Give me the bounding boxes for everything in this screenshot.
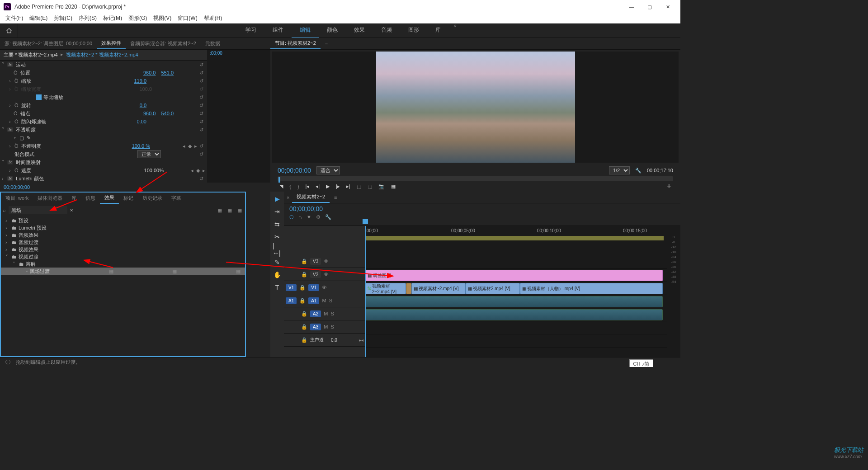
go-out-icon[interactable]: ▸| — [346, 183, 350, 189]
v3-track-lane[interactable] — [365, 256, 667, 269]
effects-folder[interactable]: ›🖿Lumetri 预设 — [1, 224, 245, 231]
track-a3[interactable]: A3 — [310, 324, 321, 330]
menu-帮助(H)[interactable]: 帮助(H) — [201, 14, 225, 23]
snap-icon[interactable]: ⬡ — [289, 214, 294, 220]
effects-tree[interactable]: ›🖿预设›🖿Lumetri 预设›🖿音频效果›🖿音频过渡›🖿视频效果˅🖿视频过渡… — [1, 216, 245, 356]
playhead[interactable] — [365, 226, 366, 357]
lower-tab[interactable]: 媒体浏览器 — [33, 193, 67, 203]
menu-编辑(E)[interactable]: 编辑(E) — [27, 14, 50, 23]
clip-v1-3[interactable]: ▦视频素材2.mp4 [V] — [466, 283, 520, 294]
timeline-tracks[interactable]: :00;0000;00;05;0000;00;10;0000;00;15;00 … — [365, 226, 667, 357]
lock-icon[interactable]: 🔒 — [301, 311, 307, 317]
resolution-select[interactable]: 1/2 — [609, 166, 630, 174]
extract-icon[interactable]: ⬚ — [368, 183, 372, 189]
ec-timeremap[interactable]: 时间重映射 — [15, 159, 205, 166]
prev-keyframe-icon[interactable]: ◂ — [191, 168, 193, 174]
effects-folder[interactable]: ›🖿预设 — [1, 217, 245, 224]
selection-tool-icon[interactable]: ▶ — [273, 194, 282, 203]
effects-folder[interactable]: ›🖿视频效果 — [1, 246, 245, 253]
a2-track-lane[interactable] — [365, 308, 667, 321]
menu-窗口(W)[interactable]: 窗口(W) — [175, 14, 200, 23]
ec-motion[interactable]: 运动 — [15, 61, 197, 68]
clip-a2[interactable] — [365, 309, 663, 320]
lower-tab[interactable]: 效果 — [100, 193, 119, 204]
wrench-icon[interactable]: 🔧 — [325, 214, 331, 220]
ec-anchor-x[interactable]: 960.0 — [143, 111, 156, 116]
play-icon[interactable]: ▶ — [326, 183, 330, 189]
ec-pos-y[interactable]: 551.0 — [161, 70, 174, 75]
effects-folder[interactable]: ˅🖿视频过渡 — [1, 253, 245, 260]
program-monitor[interactable] — [272, 52, 679, 163]
timeline-ruler[interactable]: :00;0000;00;05;0000;00;10;0000;00;15;00 — [365, 226, 667, 235]
reset-icon[interactable]: ↺ — [197, 111, 205, 117]
lower-tab[interactable]: 标记 — [119, 193, 138, 203]
mark-out-icon[interactable]: { — [289, 184, 291, 189]
ec-lumetri[interactable]: Lumetri 颜色 — [15, 175, 197, 182]
effects-search-input[interactable] — [9, 206, 67, 214]
reset-icon[interactable]: ↺ — [197, 119, 205, 125]
add-button-icon[interactable]: + — [666, 182, 671, 191]
track-v3[interactable]: V3 — [310, 258, 321, 265]
ec-rotate-v[interactable]: 0.0 — [140, 103, 146, 108]
lower-tab[interactable]: 信息 — [81, 193, 100, 203]
lock-icon[interactable]: 🔒 — [301, 324, 307, 330]
reset-icon[interactable]: ↺ — [197, 78, 205, 84]
track-a2[interactable]: A2 — [310, 310, 321, 317]
mark-in-icon[interactable]: ◥ — [279, 183, 283, 189]
mark-clip-icon[interactable]: } — [297, 184, 299, 189]
timeline-timecode[interactable]: 00;00;00;00 — [289, 205, 675, 212]
source-a1[interactable]: A1 — [286, 297, 297, 304]
workspace-编辑[interactable]: 编辑 — [292, 23, 319, 38]
a3-track-lane[interactable] — [365, 321, 667, 334]
blend-mode-select[interactable]: 正常 — [137, 150, 161, 158]
work-area-bar[interactable] — [365, 236, 664, 240]
preset-icon-1[interactable]: ▦ — [217, 207, 222, 213]
lock-icon[interactable]: 🔒 — [301, 337, 307, 343]
add-keyframe-icon[interactable]: ◆ — [188, 143, 192, 149]
razor-tool-icon[interactable]: ✂ — [273, 232, 282, 241]
panel-menu-icon[interactable]: ≡ — [330, 193, 341, 202]
pen-tool-icon[interactable]: ✎ — [273, 258, 282, 267]
lower-tab[interactable]: 项目: work — [1, 193, 33, 203]
ec-speed-v[interactable]: 100.00% — [144, 168, 164, 173]
add-keyframe-icon[interactable]: ◆ — [196, 168, 200, 174]
clip-adjustment-layer[interactable]: ▦调整图层 — [365, 270, 663, 281]
toggle-output-icon[interactable]: 👁 — [324, 272, 329, 277]
rect-mask-icon[interactable]: ▢ — [19, 135, 24, 141]
prev-keyframe-icon[interactable]: ◂ — [183, 143, 185, 149]
track-a1[interactable]: A1 — [308, 297, 319, 304]
lock-icon[interactable]: 🔒 — [299, 298, 306, 304]
effects-folder[interactable]: ›🖿音频过渡 — [1, 239, 245, 246]
toggle-output-icon[interactable]: 👁 — [324, 258, 329, 264]
close-button[interactable]: ✕ — [659, 0, 677, 14]
ec-mini-timeline[interactable]: :00;00 — [207, 50, 270, 183]
program-tab[interactable]: 节目: 视频素材2~2 — [270, 38, 321, 49]
workspace-效果[interactable]: 效果 — [346, 23, 373, 38]
source-tab[interactable]: 音频剪辑混合器: 视频素材2~2 — [126, 38, 201, 49]
v1-track-lane[interactable]: fx视频素材2~2.mp4 [V] ▦视频素材~2.mp4 [V] ▦视频素材2… — [365, 282, 667, 295]
maximize-button[interactable]: ▢ — [641, 0, 659, 14]
lower-tab[interactable]: 库 — [67, 193, 81, 203]
workspace-音频[interactable]: 音频 — [373, 23, 400, 38]
reset-icon[interactable]: ↺ — [197, 62, 205, 68]
home-button[interactable] — [0, 24, 18, 38]
menu-标记(M)[interactable]: 标记(M) — [100, 14, 125, 23]
reset-icon[interactable]: ↺ — [197, 176, 205, 182]
reset-icon[interactable]: ↺ — [197, 70, 205, 76]
clip-a1[interactable] — [365, 296, 663, 307]
slip-tool-icon[interactable]: |↔| — [273, 245, 282, 254]
reset-icon[interactable]: ↺ — [197, 151, 205, 157]
settings-icon[interactable]: ⚙ — [316, 214, 321, 220]
menu-文件(F)[interactable]: 文件(F) — [3, 14, 26, 23]
ec-opacity-section[interactable]: 不透明度 — [15, 127, 197, 133]
workspace-颜色[interactable]: 颜色 — [319, 23, 346, 38]
effects-item[interactable]: ▫黑场过渡▦▦▦ — [1, 268, 245, 275]
program-timecode[interactable]: 00;00;00;00 — [278, 167, 311, 174]
workspace-组件[interactable]: 组件 — [264, 23, 292, 38]
effects-folder[interactable]: ›🖿音频效果 — [1, 231, 245, 239]
lock-icon[interactable]: 🔒 — [301, 272, 307, 277]
transition-clip[interactable] — [406, 283, 411, 294]
workspace-库[interactable]: 库 — [427, 23, 449, 38]
zoom-select[interactable]: 适合 — [316, 166, 340, 174]
track-v1[interactable]: V1 — [308, 284, 319, 291]
